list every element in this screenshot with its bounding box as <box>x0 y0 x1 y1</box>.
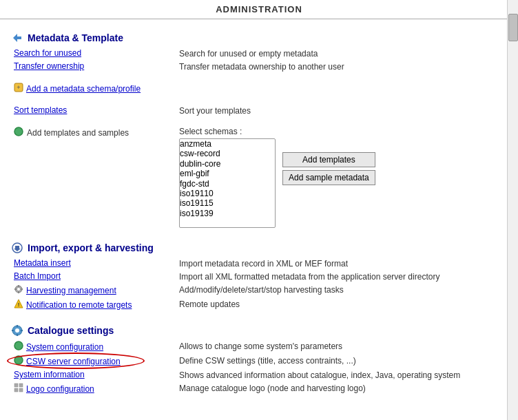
transfer-ownership-desc: Transfer metadata ownership to another u… <box>179 61 493 72</box>
svg-text:!: ! <box>18 302 20 308</box>
svg-rect-8 <box>18 291 19 293</box>
logo-config-link[interactable]: Logo configuration <box>26 384 94 394</box>
section-import: Import, export & harvesting <box>11 242 493 254</box>
notification-link[interactable]: Notification to remote targets <box>26 300 132 310</box>
green-circle-icon <box>14 127 27 138</box>
select-schemas-label: Select schemas : <box>179 127 375 136</box>
add-templates-area: Add templates and samples Select schemas… <box>11 127 493 228</box>
schema-select[interactable]: anzmeta csw-record dublin-core eml-gbif … <box>179 138 276 228</box>
svg-point-20 <box>14 356 23 364</box>
catalogue-section-icon <box>11 324 23 337</box>
csw-config-icon <box>14 355 26 367</box>
page-header: ADMINISTRATION <box>0 0 518 19</box>
batch-import-desc: Import all XML formatted metadata from t… <box>179 271 493 282</box>
import-section-icon <box>11 242 23 254</box>
system-info-row: System information Shows advanced inform… <box>11 370 493 380</box>
schema-buttons-group: Add templates Add sample metadata <box>282 138 375 185</box>
notification-icon: ! <box>14 299 23 311</box>
svg-rect-16 <box>17 334 18 336</box>
svg-rect-10 <box>21 288 23 290</box>
metadata-section-title: Metadata & Template <box>28 32 123 43</box>
metadata-insert-left: Metadata insert <box>14 258 179 268</box>
svg-point-6 <box>17 288 20 291</box>
system-config-link[interactable]: System configuration <box>26 342 103 352</box>
svg-rect-22 <box>19 384 23 387</box>
add-schema-icon: + <box>14 83 23 94</box>
svg-rect-17 <box>12 330 14 331</box>
add-sample-button[interactable]: Add sample metadata <box>282 170 375 185</box>
page-wrapper: ADMINISTRATION Metadata & Template Searc… <box>0 0 518 420</box>
svg-point-19 <box>14 342 23 350</box>
schema-selector-area: Select schemas : anzmeta csw-record dubl… <box>179 127 375 228</box>
system-info-link[interactable]: System information <box>14 370 85 379</box>
svg-rect-7 <box>18 285 19 287</box>
svg-rect-24 <box>19 388 23 392</box>
svg-text:+: + <box>17 84 20 91</box>
system-info-desc: Shows advanced information about catalog… <box>179 370 493 380</box>
svg-rect-21 <box>14 384 18 387</box>
transfer-ownership-link[interactable]: Transfer ownership <box>14 61 84 71</box>
csw-config-desc: Define CSW settings (title, access contr… <box>179 355 493 366</box>
system-config-row: System configuration Allows to change so… <box>11 341 493 353</box>
transfer-ownership-left: Transfer ownership <box>14 61 179 71</box>
svg-rect-18 <box>21 330 23 331</box>
add-schema-row: + Add a metadata schema/profile <box>11 83 493 94</box>
metadata-insert-desc: Import metadata record in XML or MEF for… <box>179 258 493 269</box>
csw-config-link[interactable]: CSW server configuration <box>26 357 121 366</box>
search-unused-desc: Search for unused or empty metadata <box>179 48 493 59</box>
notification-row: ! Notification to remote targets Remote … <box>11 299 493 311</box>
section-catalogue: Catalogue settings <box>11 324 493 337</box>
logo-config-row: Logo configuration Manage catalogue logo… <box>11 383 493 395</box>
csw-config-row: CSW server configuration Define CSW sett… <box>11 355 493 367</box>
logo-config-icon <box>14 383 23 395</box>
system-config-desc: Allows to change some system's parameter… <box>179 341 493 351</box>
add-schema-left: + Add a metadata schema/profile <box>14 83 179 94</box>
sort-templates-left: Sort templates <box>14 105 179 115</box>
svg-point-14 <box>15 328 19 333</box>
system-info-left: System information <box>14 370 179 379</box>
header-title: ADMINISTRATION <box>216 4 302 14</box>
metadata-insert-row: Metadata insert Import metadata record i… <box>11 258 493 269</box>
sort-templates-link[interactable]: Sort templates <box>14 105 67 115</box>
add-templates-left: Add templates and samples <box>14 127 179 138</box>
harvesting-mgmt-desc: Add/modify/delete/start/stop harvesting … <box>179 284 493 295</box>
svg-rect-23 <box>14 388 18 392</box>
svg-rect-15 <box>17 325 18 327</box>
csw-config-left: CSW server configuration <box>14 355 179 367</box>
harvesting-icon <box>14 284 23 296</box>
harvesting-mgmt-link[interactable]: Harvesting management <box>26 286 116 295</box>
scrollbar[interactable] <box>507 0 518 420</box>
logo-config-desc: Manage catalogue logo (node and harvesti… <box>179 383 493 393</box>
notification-left: ! Notification to remote targets <box>14 299 179 311</box>
logo-config-left: Logo configuration <box>14 383 179 395</box>
notification-desc: Remote updates <box>179 299 493 309</box>
harvesting-mgmt-row: Harvesting management Add/modify/delete/… <box>11 284 493 296</box>
add-schema-link[interactable]: Add a metadata schema/profile <box>26 84 141 94</box>
section-metadata: Metadata & Template <box>11 32 493 44</box>
scrollbar-thumb[interactable] <box>508 14 518 41</box>
search-unused-row: Search for unused Search for unused or e… <box>11 48 493 59</box>
add-templates-label: Add templates and samples <box>27 128 129 138</box>
metadata-section-icon <box>11 32 23 44</box>
add-templates-button[interactable]: Add templates <box>282 152 375 167</box>
search-unused-left: Search for unused <box>14 48 179 58</box>
svg-point-3 <box>14 127 23 136</box>
transfer-ownership-row: Transfer ownership Transfer metadata own… <box>11 61 493 72</box>
batch-import-link[interactable]: Batch Import <box>14 271 61 281</box>
catalogue-section-title: Catalogue settings <box>28 325 114 336</box>
metadata-insert-link[interactable]: Metadata insert <box>14 258 71 268</box>
svg-marker-0 <box>13 34 21 42</box>
sort-templates-row: Sort templates Sort your templates <box>11 105 493 116</box>
harvesting-mgmt-left: Harvesting management <box>14 284 179 296</box>
search-unused-link[interactable]: Search for unused <box>14 48 81 58</box>
system-config-left: System configuration <box>14 341 179 353</box>
import-section-title: Import, export & harvesting <box>28 242 154 253</box>
batch-import-left: Batch Import <box>14 271 179 281</box>
sort-templates-desc: Sort your templates <box>179 105 493 116</box>
system-config-icon <box>14 341 26 353</box>
svg-rect-9 <box>14 288 17 290</box>
main-content: Metadata & Template Search for unused Se… <box>0 19 507 403</box>
batch-import-row: Batch Import Import all XML formatted me… <box>11 271 493 282</box>
